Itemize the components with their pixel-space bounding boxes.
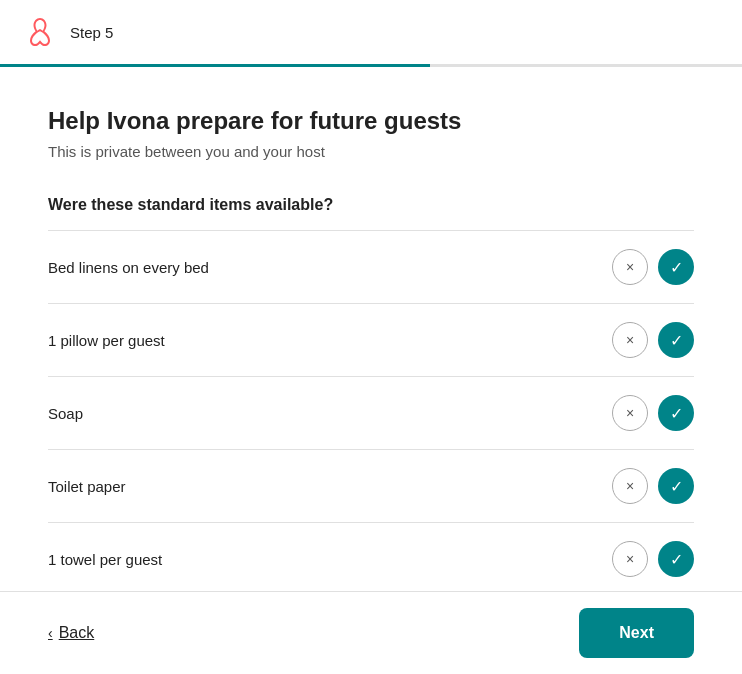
back-label: Back <box>59 624 95 642</box>
next-button[interactable]: Next <box>579 608 694 658</box>
yes-button[interactable]: ✓ <box>658 395 694 431</box>
page-title: Help Ivona prepare for future guests <box>48 107 694 135</box>
x-icon: × <box>626 478 634 494</box>
step-label: Step 5 <box>70 24 113 41</box>
item-controls: × ✓ <box>612 395 694 431</box>
item-controls: × ✓ <box>612 322 694 358</box>
no-button[interactable]: × <box>612 468 648 504</box>
check-icon: ✓ <box>670 477 683 496</box>
back-button[interactable]: ‹ Back <box>48 624 94 642</box>
x-icon: × <box>626 551 634 567</box>
no-button[interactable]: × <box>612 395 648 431</box>
progress-bar <box>0 64 742 67</box>
yes-button[interactable]: ✓ <box>658 468 694 504</box>
yes-button[interactable]: ✓ <box>658 249 694 285</box>
table-row: Soap × ✓ <box>48 377 694 450</box>
item-controls: × ✓ <box>612 541 694 577</box>
item-label: Soap <box>48 405 83 422</box>
header: Step 5 <box>0 0 742 64</box>
no-button[interactable]: × <box>612 249 648 285</box>
check-icon: ✓ <box>670 404 683 423</box>
item-label: Toilet paper <box>48 478 126 495</box>
item-controls: × ✓ <box>612 249 694 285</box>
yes-button[interactable]: ✓ <box>658 541 694 577</box>
yes-button[interactable]: ✓ <box>658 322 694 358</box>
check-icon: ✓ <box>670 258 683 277</box>
no-button[interactable]: × <box>612 322 648 358</box>
table-row: Toilet paper × ✓ <box>48 450 694 523</box>
footer: ‹ Back Next <box>0 591 742 674</box>
table-row: 1 pillow per guest × ✓ <box>48 304 694 377</box>
check-icon: ✓ <box>670 331 683 350</box>
item-label: Bed linens on every bed <box>48 259 209 276</box>
progress-bar-fill <box>0 64 430 67</box>
no-button[interactable]: × <box>612 541 648 577</box>
x-icon: × <box>626 259 634 275</box>
check-icon: ✓ <box>670 550 683 569</box>
airbnb-logo <box>24 16 56 48</box>
x-icon: × <box>626 405 634 421</box>
chevron-left-icon: ‹ <box>48 625 53 641</box>
item-label: 1 pillow per guest <box>48 332 165 349</box>
table-row: Bed linens on every bed × ✓ <box>48 231 694 304</box>
table-row: 1 towel per guest × ✓ <box>48 523 694 596</box>
items-list: Bed linens on every bed × ✓ 1 pillow per… <box>48 230 694 596</box>
section-heading: Were these standard items available? <box>48 196 694 214</box>
x-icon: × <box>626 332 634 348</box>
page-subtitle: This is private between you and your hos… <box>48 143 694 160</box>
main-content: Help Ivona prepare for future guests Thi… <box>0 67 742 674</box>
item-controls: × ✓ <box>612 468 694 504</box>
item-label: 1 towel per guest <box>48 551 162 568</box>
